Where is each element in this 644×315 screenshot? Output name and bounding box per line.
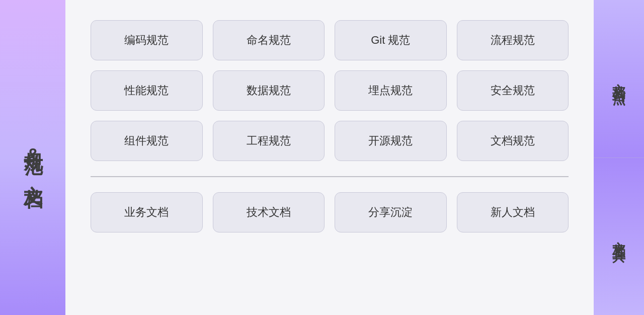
top-grid-card-5[interactable]: 数据规范 (213, 70, 325, 111)
top-grid-card-8[interactable]: 组件规范 (91, 121, 203, 161)
right-sidebar: 文档站点 文档工具 (594, 0, 644, 315)
top-grid-card-10[interactable]: 开源规范 (335, 121, 447, 161)
bottom-grid-card-0[interactable]: 业务文档 (91, 192, 203, 232)
main-content: 编码规范命名规范Git 规范流程规范性能规范数据规范埋点规范安全规范组件规范工程… (65, 0, 594, 315)
top-grid: 编码规范命名规范Git 规范流程规范性能规范数据规范埋点规范安全规范组件规范工程… (91, 20, 569, 161)
top-grid-card-1[interactable]: 命名规范 (213, 20, 325, 60)
top-grid-card-11[interactable]: 文档规范 (457, 121, 569, 161)
top-grid-card-4[interactable]: 性能规范 (91, 70, 203, 111)
bottom-grid-card-1[interactable]: 技术文档 (213, 192, 325, 232)
top-grid-card-7[interactable]: 安全规范 (457, 70, 569, 111)
left-sidebar-title: 规范&文档 (21, 137, 44, 178)
divider (91, 176, 569, 177)
top-grid-card-0[interactable]: 编码规范 (91, 20, 203, 60)
right-bottom-title: 文档工具 (611, 230, 626, 243)
bottom-grid-card-3[interactable]: 新人文档 (457, 192, 569, 232)
bottom-grid-card-2[interactable]: 分享沉淀 (335, 192, 447, 232)
top-grid-card-9[interactable]: 工程规范 (213, 121, 325, 161)
top-grid-card-3[interactable]: 流程规范 (457, 20, 569, 60)
left-sidebar: 规范&文档 (0, 0, 65, 315)
top-grid-card-2[interactable]: Git 规范 (335, 20, 447, 60)
right-top-title: 文档站点 (611, 72, 626, 85)
right-top-section: 文档站点 (594, 0, 644, 158)
bottom-grid: 业务文档技术文档分享沉淀新人文档 (91, 192, 569, 232)
right-bottom-section: 文档工具 (594, 158, 644, 316)
top-grid-card-6[interactable]: 埋点规范 (335, 70, 447, 111)
